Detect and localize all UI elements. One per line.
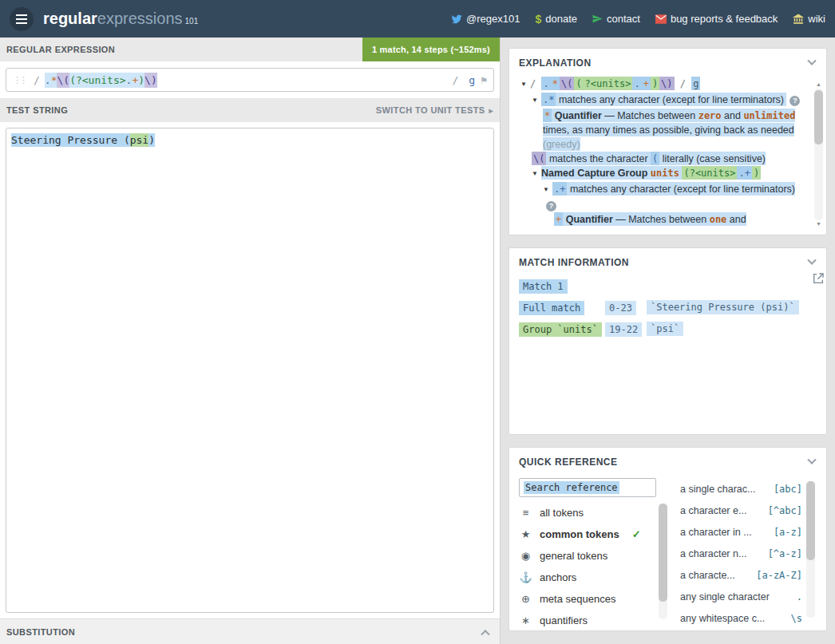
explanation-text: matches the character — [546, 152, 651, 165]
explanation-text: matches any character (except for line t… — [556, 93, 786, 106]
explanation-text: — Matches between — [602, 109, 698, 122]
match-highlight: ) — [148, 133, 155, 147]
test-string-wrap: Steering Pressure (psi) — [0, 122, 500, 618]
check-icon: ✓ — [632, 528, 641, 540]
anchor-icon: ⚓ — [519, 571, 532, 583]
explanation-text: and — [722, 109, 744, 122]
regex-section-title: REGULAR EXPRESSION — [6, 45, 115, 54]
category-meta-sequences[interactable]: ⊕meta sequences — [519, 588, 656, 610]
explanation-text: units — [651, 166, 679, 180]
reference-item[interactable]: any whitespace c...\s — [680, 607, 802, 629]
donate-icon: $ — [535, 13, 541, 26]
reference-item-label: a single charac... — [680, 484, 756, 495]
flag-icon[interactable]: ⚑ — [481, 74, 487, 86]
explanation-text: one — [710, 212, 727, 226]
category-label: anchors — [540, 571, 576, 583]
regex-flags[interactable]: g — [469, 74, 475, 86]
explanation-line: \( matches the character ( literally (ca… — [519, 151, 807, 165]
reference-item-label: a character n... — [680, 548, 746, 559]
switch-arrow-icon: ▸ — [489, 106, 493, 115]
nav-link--regex101[interactable]: @regex101 — [451, 13, 520, 25]
explanation-line: ▼Named Capture Group units (?<units>.+) — [519, 165, 807, 181]
match-range-cell: 19-22 — [605, 322, 647, 337]
explanation-line: * Quantifier — Matches between zero and … — [519, 108, 807, 151]
export-matches-icon[interactable] — [812, 272, 825, 288]
nav-link-wiki[interactable]: wiki — [793, 13, 825, 25]
scroll-down-icon[interactable]: ▼ — [814, 220, 823, 228]
search-input[interactable]: Search reference — [519, 478, 656, 497]
explanation-text: \) — [659, 77, 674, 90]
drag-handle-icon[interactable]: ⋮⋮ — [13, 75, 26, 85]
collapse-arrow-icon[interactable]: ▼ — [532, 93, 541, 108]
chevron-down-icon[interactable] — [807, 256, 816, 265]
scrollbar-thumb[interactable] — [806, 481, 815, 560]
match-row: Group `units`19-22`psi` — [519, 322, 817, 337]
quick-reference-card: QUICK REFERENCE Search reference ≡all to… — [509, 447, 827, 631]
scroll-up-icon[interactable]: ▲ — [814, 81, 823, 89]
reference-item[interactable]: a character in ...[a-z] — [680, 521, 802, 543]
collapse-arrow-icon[interactable]: ▼ — [520, 77, 530, 92]
regex-token: ?<units> — [76, 73, 126, 88]
regex-right-controls: / g ⚑ — [448, 74, 487, 86]
explanation-text: * — [543, 109, 552, 122]
reference-item-label: any whitespace c... — [680, 613, 765, 624]
reference-list: a single charac...[abc]a character e...[… — [680, 478, 817, 622]
match-highlight: Steering Pressure ( — [11, 133, 130, 147]
match-range: 0-23 — [605, 301, 636, 315]
collapse-up-icon[interactable] — [481, 630, 489, 638]
reference-item[interactable]: a single charac...[abc] — [680, 478, 802, 500]
explanation-text: .+ — [552, 182, 567, 196]
switch-to-unit-tests-link[interactable]: SWITCH TO UNIT TESTS ▸ — [376, 105, 500, 115]
match-value: `Steering Pressure (psi)` — [647, 300, 799, 314]
reference-item[interactable]: a character n...[^a-z] — [680, 543, 802, 564]
category-anchors[interactable]: ⚓anchors — [519, 567, 656, 588]
reference-item-code: [abc] — [774, 484, 802, 495]
explanation-text: . — [632, 77, 641, 90]
chevron-down-icon[interactable] — [807, 57, 816, 65]
categories-scrollbar[interactable] — [659, 504, 667, 619]
explanation-text: matches any character (except for line t… — [567, 182, 795, 196]
regex-token: . — [45, 73, 51, 88]
regex-token: ( — [69, 73, 76, 88]
category-general-tokens[interactable]: ◉general tokens — [519, 545, 656, 567]
collapse-arrow-icon[interactable]: ▼ — [532, 167, 541, 181]
reference-scrollbar[interactable] — [806, 481, 815, 618]
star-icon: ★ — [519, 528, 532, 540]
collapse-arrow-icon[interactable]: ▼ — [543, 183, 552, 197]
category-common-tokens[interactable]: ★common tokens✓ — [519, 523, 656, 545]
category-all-tokens[interactable]: ≡all tokens — [519, 502, 656, 523]
regex-pattern[interactable]: .*\((?<units>.+)\) — [45, 73, 157, 88]
reference-item[interactable]: any single character. — [680, 586, 802, 607]
nav-link-label: donate — [545, 13, 577, 25]
test-string-input[interactable]: Steering Pressure (psi) — [6, 128, 494, 613]
tokens-icon: ≡ — [519, 507, 532, 519]
category-quantifiers[interactable]: ∗quantifiers — [519, 610, 656, 631]
explanation-text: \( — [560, 77, 574, 90]
reference-item-code: [^a-z] — [768, 548, 802, 559]
explanation-card: EXPLANATION ▼/ .*\((?<units>.+)\) / g▼.*… — [509, 48, 827, 235]
nav-link-bug-reports-feedback[interactable]: bug reports & feedback — [655, 13, 778, 25]
scrollbar-thumb[interactable] — [659, 504, 667, 602]
explanation-text: ) — [752, 166, 761, 180]
regex-input[interactable]: ⋮⋮ / .*\((?<units>.+)\) / g ⚑ — [6, 68, 494, 92]
contact-icon — [592, 14, 603, 24]
chevron-down-icon[interactable] — [807, 456, 816, 464]
right-panel: EXPLANATION ▼/ .*\((?<units>.+)\) / g▼.*… — [501, 38, 835, 644]
logo[interactable]: regular expressions 101 — [43, 10, 198, 28]
menu-button[interactable] — [10, 7, 34, 31]
reference-item-label: any single character — [680, 591, 770, 603]
nav-link-donate[interactable]: $donate — [535, 13, 577, 26]
reference-item-label: a character e... — [680, 505, 746, 516]
match-name-cell: Group `units` — [519, 322, 605, 337]
reference-item-label: a character in ... — [680, 527, 752, 538]
reference-item[interactable]: a character e...[^abc] — [680, 500, 802, 521]
help-icon[interactable]: ? — [789, 96, 800, 106]
reference-item[interactable]: a characte...[a-zA-Z] — [680, 564, 802, 586]
regex-token: * — [51, 73, 57, 88]
nav-link-contact[interactable]: contact — [592, 13, 640, 25]
reference-item-label: a characte... — [680, 570, 735, 581]
help-icon[interactable]: ? — [546, 201, 556, 211]
explanation-scrollbar[interactable]: ▲ ▼ — [814, 81, 823, 228]
scrollbar-thumb[interactable] — [814, 90, 823, 144]
test-string-title: TEST STRING — [6, 105, 68, 115]
